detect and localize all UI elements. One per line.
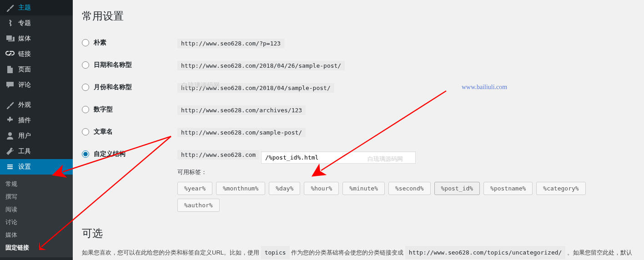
sub-item-discussion[interactable]: 讨论: [0, 216, 73, 229]
pin-icon: [5, 19, 15, 28]
brush2-icon: [5, 100, 15, 110]
tags-available-label: 可用标签：: [177, 168, 630, 176]
tag-hour[interactable]: %hour%: [304, 182, 339, 195]
tag-second[interactable]: %second%: [388, 182, 431, 195]
sidebar-label: 评论: [18, 81, 31, 89]
link-icon: [5, 50, 15, 59]
radio-custom[interactable]: 自定义结构: [82, 150, 168, 158]
option-row-numeric: 数字型 http://www.seo628.com/archives/123: [82, 99, 635, 121]
sidebar-label: 链接: [18, 50, 31, 58]
example-url: http://www.seo628.com/2018/04/26/sample-…: [177, 61, 345, 70]
sidebar-item-appearance[interactable]: 外观: [0, 97, 73, 113]
admin-sidebar: 主题 专题 媒体 链接 页面 评论 外观 插件 用户 工具 设置 常规 撰写 阅…: [0, 0, 73, 260]
radio-plain[interactable]: 朴素: [82, 39, 168, 47]
section-title: 常用设置: [82, 9, 635, 23]
site-prefix: http://www.seo628.com: [177, 150, 259, 160]
main-content: 常用设置 朴素 http://www.seo628.com/?p=123 日期和…: [73, 0, 644, 260]
sidebar-label: 设置: [18, 163, 31, 171]
permalink-options-table: 朴素 http://www.seo628.com/?p=123 日期和名称型 h…: [82, 32, 635, 218]
example-url: http://www.seo628.com/sample-post/: [177, 128, 306, 137]
sub-item-reading[interactable]: 阅读: [0, 203, 73, 216]
radio-plain-input[interactable]: [82, 39, 89, 46]
radio-label-text: 日期和名称型: [94, 61, 132, 69]
radio-custom-input[interactable]: [82, 150, 89, 158]
sidebar-item-pages[interactable]: 页面: [0, 62, 73, 77]
radio-postname[interactable]: 文章名: [82, 128, 168, 136]
sidebar-item-comments[interactable]: 评论: [0, 77, 73, 93]
sidebar-item-themes[interactable]: 主题: [0, 0, 73, 15]
desc-part1: 如果您喜欢，您可以在此给您的分类和标签自定义URL。比如，使用: [82, 249, 261, 256]
option-row-custom: 自定义结构 http://www.seo628.com 白琉璃源码网 可用标签：…: [82, 144, 635, 218]
radio-numeric[interactable]: 数字型: [82, 105, 168, 114]
brush-icon: [5, 3, 15, 12]
optional-description: 如果您喜欢，您可以在此给您的分类和标签自定义URL。比如，使用 topics 作…: [82, 246, 635, 260]
sidebar-label: 外观: [18, 101, 31, 109]
desc-code1: topics: [261, 246, 290, 259]
tag-author[interactable]: %author%: [177, 199, 220, 212]
tag-postname[interactable]: %postname%: [483, 182, 533, 195]
radio-monthdate-input[interactable]: [82, 84, 89, 91]
sidebar-label: 主题: [18, 4, 31, 12]
tag-postid[interactable]: %post_id%: [434, 182, 480, 195]
sidebar-item-tools[interactable]: 工具: [0, 144, 73, 159]
plugin-icon: [5, 116, 15, 125]
sub-item-writing[interactable]: 撰写: [0, 190, 73, 203]
sidebar-item-links[interactable]: 链接: [0, 46, 73, 62]
radio-label-text: 自定义结构: [94, 150, 126, 158]
sidebar-label: 媒体: [18, 35, 31, 43]
sidebar-label: 专题: [18, 19, 31, 27]
example-url: http://www.seo628.com/2018/04/sample-pos…: [177, 83, 334, 93]
tag-monthnum[interactable]: %monthnum%: [216, 182, 265, 195]
radio-numeric-input[interactable]: [82, 106, 89, 113]
desc-part2: 作为您的分类基础将会使您的分类链接变成: [290, 249, 405, 256]
example-url: http://www.seo628.com/archives/123: [177, 105, 306, 115]
desc-code2: http://www.seo628.com/topics/uncategoriz…: [405, 246, 566, 259]
user-icon: [5, 131, 15, 140]
radio-label-text: 文章名: [94, 128, 113, 136]
sub-item-permalinks[interactable]: 固定链接: [0, 241, 73, 254]
option-row-postname: 文章名 http://www.seo628.com/sample-post/: [82, 121, 635, 144]
radio-label-text: 月份和名称型: [94, 83, 132, 91]
sidebar-label: 页面: [18, 65, 31, 74]
sidebar-item-users[interactable]: 用户: [0, 128, 73, 144]
sub-item-media[interactable]: 媒体: [0, 229, 73, 241]
sidebar-label: 用户: [18, 132, 31, 140]
radio-daydate[interactable]: 日期和名称型: [82, 61, 168, 69]
sidebar-label: 工具: [18, 147, 31, 155]
option-row-monthdate: 月份和名称型 http://www.seo628.com/2018/04/sam…: [82, 77, 635, 99]
option-row-plain: 朴素 http://www.seo628.com/?p=123: [82, 32, 635, 55]
page-icon: [5, 65, 15, 74]
radio-postname-input[interactable]: [82, 128, 89, 135]
custom-structure-input[interactable]: [261, 151, 416, 164]
comment-icon: [5, 80, 15, 90]
radio-monthdate[interactable]: 月份和名称型: [82, 83, 168, 91]
sidebar-item-plugins[interactable]: 插件: [0, 113, 73, 128]
tag-day[interactable]: %day%: [269, 182, 300, 195]
sidebar-item-settings[interactable]: 设置: [0, 159, 73, 175]
optional-title: 可选: [82, 226, 635, 240]
example-url: http://www.seo628.com/?p=123: [177, 39, 284, 48]
option-row-daydate: 日期和名称型 http://www.seo628.com/2018/04/26/…: [82, 55, 635, 77]
tag-buttons-row: %year% %monthnum% %day% %hour% %minute% …: [177, 182, 630, 212]
settings-submenu: 常规 撰写 阅读 讨论 媒体 固定链接: [0, 175, 73, 257]
sidebar-label: 插件: [18, 116, 31, 125]
radio-label-text: 数字型: [94, 105, 113, 114]
tag-minute[interactable]: %minute%: [342, 182, 385, 195]
tag-year[interactable]: %year%: [177, 182, 212, 195]
sub-item-general[interactable]: 常规: [0, 178, 73, 190]
settings-icon: [5, 162, 15, 171]
tag-category[interactable]: %category%: [536, 182, 585, 195]
radio-label-text: 朴素: [94, 39, 106, 47]
media-icon: [5, 34, 15, 43]
sidebar-item-topics[interactable]: 专题: [0, 15, 73, 31]
sidebar-item-media[interactable]: 媒体: [0, 31, 73, 46]
tools-icon: [5, 147, 15, 156]
radio-daydate-input[interactable]: [82, 61, 89, 69]
